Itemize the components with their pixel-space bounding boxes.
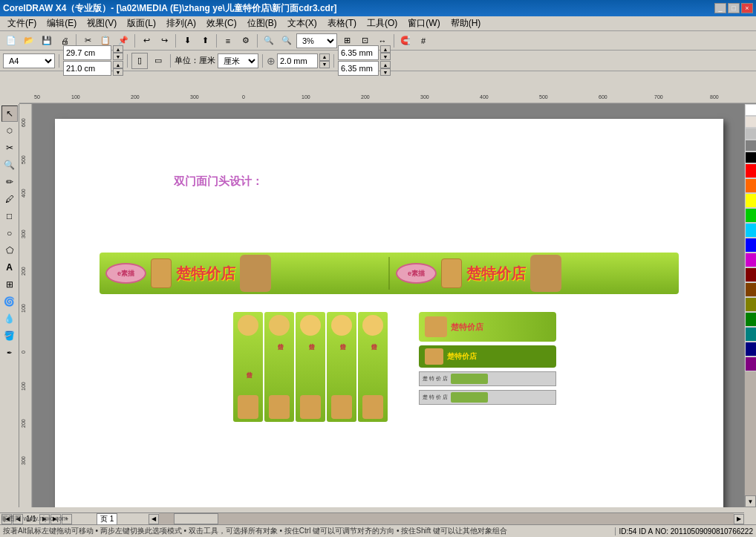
close-button[interactable]: × (741, 3, 753, 13)
menu-view[interactable]: 视图(V) (82, 16, 121, 30)
swatch-magenta[interactable] (745, 253, 756, 267)
title-controls[interactable]: _ □ × (714, 3, 753, 13)
save-button[interactable]: 💾 (39, 33, 55, 49)
minimize-button[interactable]: _ (714, 3, 726, 13)
swatch-navy[interactable] (745, 342, 756, 357)
shape-tool[interactable]: ⬡ (1, 123, 18, 139)
swatch-darkgreen[interactable] (745, 312, 756, 327)
menu-table[interactable]: 表格(T) (323, 16, 361, 30)
svg-text:600: 600 (599, 94, 607, 100)
swatch-orange[interactable] (745, 178, 756, 193)
canvas-area[interactable]: 双门面门头设计： e素描 楚特价店 e素描 楚特价店 (33, 104, 744, 507)
zoom-in-button[interactable]: 🔍 (261, 33, 277, 49)
menu-text[interactable]: 文本(X) (283, 16, 322, 30)
text-tool[interactable]: A (1, 259, 18, 276)
nudge-input[interactable] (277, 53, 318, 68)
undo-button[interactable]: ↩ (138, 33, 154, 49)
scroll-thumb-h[interactable] (174, 513, 218, 524)
snap-button[interactable]: 🧲 (397, 33, 414, 49)
menu-tools[interactable]: 工具(O) (362, 16, 402, 30)
unit-select[interactable]: 厘米 (218, 53, 258, 68)
interactive-tool[interactable]: 🌀 (1, 293, 18, 310)
swatch-teal[interactable] (745, 327, 756, 342)
dup-y-input[interactable] (338, 61, 379, 76)
swatch-white[interactable] (745, 104, 756, 116)
scroll-right-button[interactable]: ▶ (734, 514, 744, 524)
swatch-yellow[interactable] (745, 193, 756, 208)
nudge-up[interactable]: ▲ (319, 53, 330, 61)
vert-banner-5: 楚特价店 (358, 312, 388, 422)
menu-bitmap[interactable]: 位图(B) (243, 16, 281, 30)
swatch-purple[interactable] (745, 357, 756, 371)
dup-x-up[interactable]: ▲ (380, 45, 391, 53)
height-up[interactable]: ▲ (113, 61, 123, 68)
fill-tool[interactable]: 🪣 (1, 328, 18, 344)
zoom-tool[interactable]: 🔍 (1, 157, 18, 173)
options-button[interactable]: ⚙ (238, 33, 254, 49)
redo-button[interactable]: ↪ (156, 33, 172, 49)
menu-effects[interactable]: 效果(C) (202, 16, 241, 30)
table-tool[interactable]: ⊞ (1, 276, 18, 293)
swatch-cyan[interactable] (745, 223, 756, 238)
page-tab-1[interactable]: 页 1 (97, 513, 117, 525)
portrait-button[interactable]: ▯ (131, 53, 148, 69)
swatch-green[interactable] (745, 208, 756, 223)
crop-tool[interactable]: ✂ (1, 140, 18, 156)
polygon-tool[interactable]: ⬠ (1, 242, 18, 258)
grid-button[interactable]: # (415, 33, 431, 49)
width-input[interactable] (63, 45, 111, 60)
swatch-gray[interactable] (745, 128, 756, 140)
menu-layout[interactable]: 版面(L) (123, 16, 160, 30)
swatch-lightgray[interactable] (745, 116, 756, 128)
landscape-button[interactable]: ▭ (150, 53, 166, 69)
open-button[interactable]: 📂 (21, 33, 37, 49)
char-right (441, 258, 462, 288)
zoom-select[interactable]: 3%25%50%75%100% (296, 33, 337, 48)
swatch-darkred[interactable] (745, 267, 756, 282)
vb5-top (362, 315, 383, 336)
dup-y-down[interactable]: ▼ (380, 68, 391, 76)
status-id-a: ID A (639, 527, 653, 536)
align-button[interactable]: ≡ (220, 33, 236, 49)
swatch-brown[interactable] (745, 282, 756, 297)
mascot-left (240, 255, 271, 292)
menu-window[interactable]: 窗口(W) (403, 16, 444, 30)
horizontal-scrollbar[interactable]: ◀ ▶ (149, 512, 744, 524)
main-banner: e素描 楚特价店 e素描 楚特价店 (100, 253, 679, 294)
swatch-black[interactable] (745, 152, 756, 163)
freehand-tool[interactable]: ✏ (1, 174, 18, 190)
page-format-select[interactable]: A4 (3, 53, 55, 68)
menu-file[interactable]: 文件(F) (3, 16, 41, 30)
export-button[interactable]: ⬆ (197, 33, 213, 49)
swatch-blue[interactable] (745, 238, 756, 253)
height-down[interactable]: ▼ (113, 68, 123, 76)
menu-edit[interactable]: 编辑(E) (42, 16, 81, 30)
eyedropper-tool[interactable]: 💧 (1, 310, 18, 327)
swatch-red[interactable] (745, 163, 756, 178)
ellipse-tool[interactable]: ○ (1, 225, 18, 241)
dup-x-input[interactable] (338, 45, 379, 60)
dup-y-up[interactable]: ▲ (380, 61, 391, 68)
select-tool[interactable]: ↖ (1, 105, 18, 122)
new-button[interactable]: 📄 (3, 33, 19, 49)
vert-banner-1: 楚特价店 (233, 312, 263, 422)
width-down[interactable]: ▼ (113, 53, 123, 60)
dup-x-down[interactable]: ▼ (380, 53, 391, 60)
scroll-left-button[interactable]: ◀ (149, 514, 159, 524)
outline-tool[interactable]: ✒ (1, 345, 18, 361)
nudge-down[interactable]: ▼ (319, 61, 330, 68)
import-button[interactable]: ⬇ (179, 33, 195, 49)
swatch-darkgray[interactable] (745, 140, 756, 152)
smartdraw-tool[interactable]: 🖊 (1, 191, 18, 207)
height-input[interactable] (63, 61, 111, 76)
menu-help[interactable]: 帮助(H) (446, 16, 486, 30)
sep11 (333, 54, 334, 68)
nudge-icon: ⊕ (267, 55, 276, 67)
menu-arrange[interactable]: 排列(A) (162, 16, 201, 30)
swatch-olive[interactable] (745, 297, 756, 312)
zoom-out-button[interactable]: 🔍 (278, 33, 295, 49)
width-up[interactable]: ▲ (113, 45, 123, 53)
scroll-track-h[interactable] (159, 513, 734, 524)
rect-tool[interactable]: □ (1, 208, 18, 224)
maximize-button[interactable]: □ (728, 3, 740, 13)
